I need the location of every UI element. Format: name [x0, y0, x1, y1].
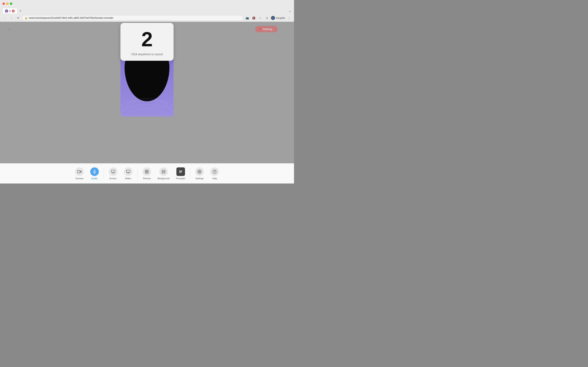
- settings-icon: [195, 167, 204, 176]
- tool-item-background[interactable]: Background: [154, 166, 173, 181]
- countdown-number: 2: [125, 29, 169, 49]
- background-icon: [159, 167, 168, 176]
- maximize-button[interactable]: [10, 2, 12, 5]
- new-tab-button[interactable]: +: [18, 8, 23, 13]
- incognito-icon: 👤: [271, 16, 275, 20]
- svg-rect-11: [147, 170, 148, 171]
- help-icon: [210, 167, 219, 176]
- starting-label: Starting...: [263, 27, 274, 31]
- forward-nav-button[interactable]: ›: [9, 16, 14, 20]
- app-area[interactable]: ‹ Starting... 2 Click anywhere to cancel: [0, 22, 294, 184]
- sidebar-toggle-button[interactable]: ⊡: [264, 16, 269, 20]
- url-text: veed.io/workspaces/22ce6d2f-38c5-4df1-a8…: [29, 17, 113, 19]
- slides-icon: [124, 167, 132, 176]
- tool-item-screen[interactable]: Screen: [105, 166, 121, 181]
- svg-point-15: [163, 171, 163, 171]
- tool-item-help[interactable]: Help: [207, 166, 222, 181]
- countdown-overlay[interactable]: 2 Click anywhere to cancel: [121, 23, 173, 61]
- svg-point-1: [121, 104, 173, 117]
- slides-label: Slides: [125, 177, 131, 180]
- svg-rect-13: [147, 172, 148, 173]
- tab-favicon: v: [5, 9, 8, 12]
- mute-button[interactable]: 🔇: [251, 16, 256, 20]
- camera-decoration-svg: [121, 88, 173, 117]
- camera-label: Camera: [75, 177, 83, 180]
- tool-item-camera[interactable]: Camera: [72, 166, 87, 181]
- screen-label: Screen: [109, 177, 117, 180]
- background-label: Background: [158, 177, 170, 180]
- back-button[interactable]: ‹: [6, 26, 13, 33]
- incognito-label: Incognito: [276, 17, 285, 19]
- address-bar: ‹ › ↺ 🔒 veed.io/workspaces/22ce6d2f-38c5…: [0, 14, 294, 22]
- audio-icon: [90, 167, 99, 176]
- tab-expand-button[interactable]: ⌄: [288, 8, 292, 13]
- active-tab[interactable]: v 2 ●: [2, 8, 17, 14]
- back-nav-button[interactable]: ‹: [2, 16, 7, 20]
- svg-rect-9: [126, 170, 130, 173]
- tool-item-slides[interactable]: Slides: [121, 166, 136, 181]
- svg-rect-6: [111, 170, 115, 173]
- bookmark-button[interactable]: ☆: [258, 16, 263, 20]
- starting-button[interactable]: Starting...: [255, 26, 278, 32]
- svg-rect-3: [77, 170, 80, 173]
- title-bar: [0, 0, 294, 7]
- svg-point-2: [127, 108, 167, 117]
- menu-button[interactable]: ⋮: [287, 16, 292, 20]
- divider-3: [190, 168, 190, 179]
- back-icon: ‹: [9, 27, 10, 31]
- recording-dot: [259, 28, 261, 30]
- browser-actions: 📺 🔇 ☆ ⊡ 👤 Incognito ⋮: [245, 16, 292, 20]
- tool-item-audio[interactable]: Audio: [87, 166, 102, 181]
- svg-point-20: [199, 171, 200, 172]
- url-bar[interactable]: 🔒 veed.io/workspaces/22ce6d2f-38c5-4df1-…: [22, 15, 243, 21]
- traffic-lights: [2, 2, 12, 5]
- audio-label: Audio: [91, 177, 98, 180]
- countdown-hint: Click anywhere to cancel: [125, 53, 169, 56]
- prompter-icon: [176, 167, 185, 176]
- lock-icon: 🔒: [25, 17, 27, 19]
- browser-chrome: v 2 ● + ⌄ ‹ › ↺ 🔒 veed.io/workspaces/22c…: [0, 0, 294, 22]
- prompter-label: Prompter: [176, 177, 185, 180]
- tool-item-settings[interactable]: Settings: [192, 166, 207, 181]
- incognito-badge: 👤 Incognito: [271, 16, 285, 20]
- svg-rect-10: [145, 170, 146, 171]
- tool-item-prompter[interactable]: Prompter: [173, 166, 189, 181]
- cast-button[interactable]: 📺: [245, 16, 250, 20]
- themes-icon: [143, 167, 151, 176]
- svg-rect-12: [145, 172, 146, 173]
- reload-button[interactable]: ↺: [16, 16, 20, 20]
- bottom-toolbar: Camera Audio: [0, 163, 294, 184]
- tabs-bar: v 2 ● + ⌄: [0, 7, 294, 14]
- tool-item-themes[interactable]: Themes: [139, 166, 154, 181]
- tab-close-button[interactable]: ●: [12, 9, 15, 12]
- camera-icon: [75, 167, 84, 176]
- help-label: Help: [212, 177, 217, 180]
- minimize-button[interactable]: [6, 2, 9, 5]
- tab-title: 2: [9, 9, 11, 12]
- close-button[interactable]: [2, 2, 5, 5]
- themes-label: Themes: [143, 177, 151, 180]
- screen-icon: [109, 167, 117, 176]
- divider-1: [104, 168, 104, 179]
- settings-label: Settings: [196, 177, 204, 180]
